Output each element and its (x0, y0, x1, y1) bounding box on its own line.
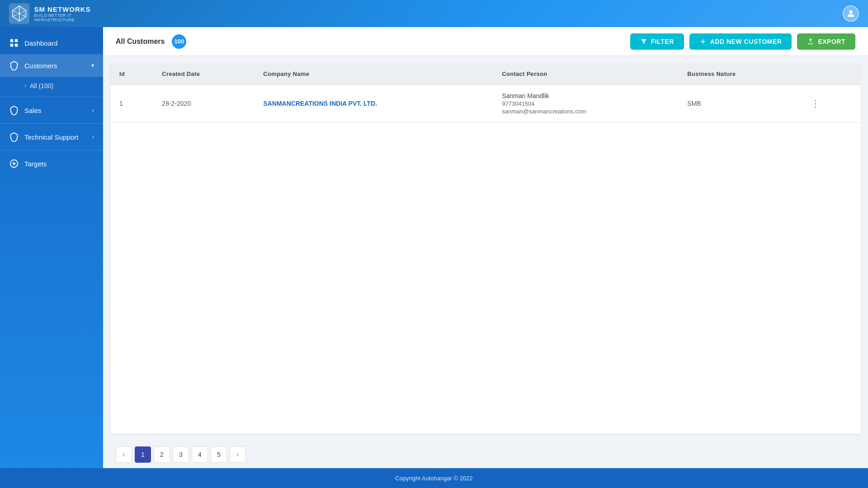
footer: Copyright Autohangar © 2022 (0, 468, 868, 488)
pagination-page-5[interactable]: 5 (211, 446, 227, 463)
avatar-button[interactable] (843, 5, 859, 22)
pagination-page-3[interactable]: 3 (173, 446, 189, 463)
divider (0, 97, 103, 97)
col-business-nature: Business Nature (678, 63, 798, 85)
avatar-icon (846, 9, 856, 19)
company-link[interactable]: SANMANCREATIONS INDIA PVT. LTD. (263, 100, 377, 107)
cell-created-date: 28-2-2020 (153, 85, 254, 122)
add-new-customer-button[interactable]: ADD NEW CUSTOMER (689, 33, 792, 50)
svg-point-6 (849, 10, 852, 14)
pagination-page-1[interactable]: 1 (135, 446, 151, 463)
footer-text: Copyright Autohangar © 2022 (395, 475, 472, 482)
col-company-name: Company Name (254, 63, 493, 85)
sidebar-item-targets[interactable]: Targets (0, 152, 103, 175)
plus-icon (699, 38, 707, 45)
main-layout: Dashboard Customers ▾ › All (100) Sales … (0, 27, 868, 468)
logo-subtitle: BUILD BETTER IT INFRASTRUCTURE (34, 13, 112, 22)
logo-area: SM NETWORKS BUILD BETTER IT INFRASTRUCTU… (9, 3, 112, 24)
filter-icon (640, 38, 647, 45)
col-created-date: Created Date (153, 63, 254, 85)
sidebar-sub-item-all-label: All (100) (30, 82, 53, 89)
col-actions (798, 63, 861, 85)
pagination-page-4[interactable]: 4 (192, 446, 208, 463)
sidebar-item-technical-support[interactable]: Technical Support › (0, 126, 103, 148)
pagination-prev[interactable]: ‹ (116, 446, 132, 463)
content-area: All Customers 100 FILTER ADD NEW CUSTOME… (103, 27, 868, 468)
sidebar-item-dashboard[interactable]: Dashboard (0, 32, 103, 54)
contact-name: Sanman Mandlik (502, 92, 669, 99)
cell-more-actions[interactable]: ⋮ (798, 85, 861, 122)
cell-contact-person: Sanman Mandlik 9773041504 sanman@sanmanc… (493, 85, 678, 122)
customers-table-container: Id Created Date Company Name Contact Per… (110, 63, 861, 434)
header-actions: FILTER ADD NEW CUSTOMER EXPORT (630, 33, 855, 50)
sidebar: Dashboard Customers ▾ › All (100) Sales … (0, 27, 103, 468)
plus-circle-icon (9, 159, 19, 169)
shield-icon-sales (9, 105, 19, 115)
top-header: SM NETWORKS BUILD BETTER IT INFRASTRUCTU… (0, 0, 868, 27)
cell-id: 1 (110, 85, 153, 122)
table-row: 1 28-2-2020 SANMANCREATIONS INDIA PVT. L… (110, 85, 861, 122)
count-badge: 100 (172, 34, 186, 49)
pagination: ‹ 1 2 3 4 5 › (103, 441, 868, 468)
content-header: All Customers 100 FILTER ADD NEW CUSTOME… (103, 27, 868, 56)
row-more-button[interactable]: ⋮ (807, 97, 824, 110)
divider3 (0, 150, 103, 150)
sidebar-item-customers-label: Customers (24, 62, 57, 70)
sidebar-item-sales[interactable]: Sales › (0, 99, 103, 122)
sidebar-item-sales-label: Sales (24, 107, 42, 114)
contact-phone: 9773041504 (502, 100, 669, 107)
svg-rect-9 (10, 44, 13, 47)
export-icon (807, 38, 814, 45)
logo-text: SM NETWORKS BUILD BETTER IT INFRASTRUCTU… (34, 5, 112, 22)
svg-rect-7 (10, 39, 13, 42)
export-button[interactable]: EXPORT (797, 33, 855, 50)
grid-icon (9, 38, 19, 48)
sidebar-item-technical-support-label: Technical Support (24, 133, 78, 141)
divider2 (0, 123, 103, 124)
cell-company-name[interactable]: SANMANCREATIONS INDIA PVT. LTD. (254, 85, 493, 122)
table-header-row: Id Created Date Company Name Contact Per… (110, 63, 861, 85)
page-title: All Customers (116, 38, 165, 46)
customers-table: Id Created Date Company Name Contact Per… (110, 63, 861, 122)
col-contact-person: Contact Person (493, 63, 678, 85)
pagination-next[interactable]: › (230, 446, 246, 463)
chevron-down-icon-sales: › (92, 107, 94, 113)
chevron-down-icon: ▾ (91, 62, 94, 69)
svg-rect-10 (15, 44, 18, 47)
pagination-page-2[interactable]: 2 (154, 446, 170, 463)
filter-button[interactable]: FILTER (630, 33, 684, 50)
sidebar-item-targets-label: Targets (24, 160, 47, 168)
sidebar-item-dashboard-label: Dashboard (24, 39, 57, 47)
sidebar-sub-item-all-customers[interactable]: › All (100) (0, 77, 103, 95)
sidebar-item-customers[interactable]: Customers ▾ (0, 54, 103, 77)
col-id: Id (110, 63, 153, 85)
svg-rect-8 (15, 39, 18, 42)
cell-business-nature: SMB (678, 85, 798, 122)
contact-cell: Sanman Mandlik 9773041504 sanman@sanmanc… (502, 92, 669, 115)
contact-email: sanman@sanmancreations.com (502, 108, 669, 115)
chevron-right-icon: › (24, 83, 26, 89)
logo-title: SM NETWORKS (34, 5, 112, 13)
shield-icon-customers (9, 61, 19, 70)
chevron-down-icon-techsupport: › (92, 134, 94, 140)
shield-icon-techsupport (9, 132, 19, 142)
logo-icon (9, 3, 29, 24)
